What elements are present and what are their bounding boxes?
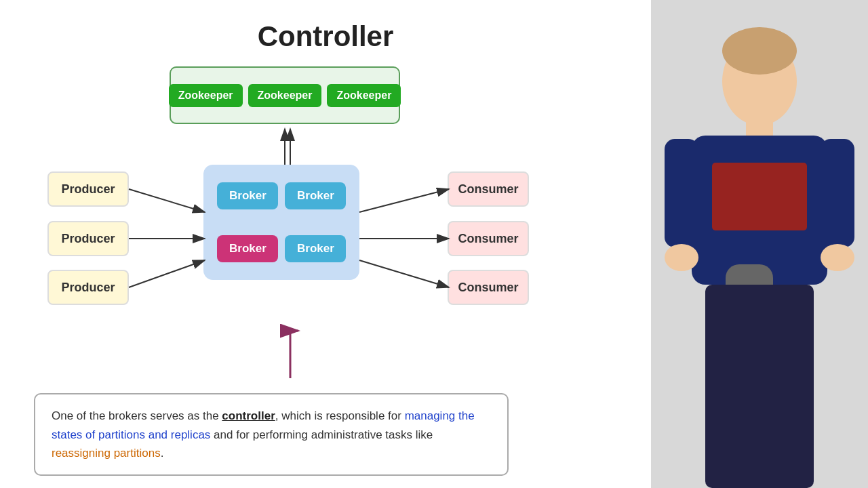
- svg-point-22: [821, 244, 854, 271]
- presenter-silhouette: [651, 0, 868, 488]
- producer-1: Producer: [47, 171, 129, 207]
- broker-box-1: Broker: [217, 182, 278, 209]
- svg-point-21: [665, 244, 698, 271]
- svg-line-12: [359, 260, 449, 287]
- zookeeper-box-2: Zookeeper: [248, 84, 322, 107]
- svg-rect-20: [821, 139, 854, 247]
- page-title: Controller: [0, 20, 651, 53]
- svg-rect-25: [705, 285, 814, 488]
- diagram-area: Zookeeper Zookeeper Zookeeper Broker Bro…: [34, 66, 617, 392]
- svg-line-7: [129, 189, 205, 212]
- presenter-area: [651, 0, 868, 488]
- broker-controller: Broker: [217, 235, 278, 262]
- broker-cluster: Broker Broker Broker Broker: [203, 165, 359, 280]
- info-text-end: .: [161, 447, 164, 460]
- info-orange-text: reassigning partitions: [52, 447, 161, 460]
- info-text-before: One of the brokers serves as the: [52, 409, 222, 422]
- info-text-middle: and for performing administrative tasks …: [210, 428, 433, 441]
- info-text-after: , which is responsible for: [275, 409, 405, 422]
- consumer-2: Consumer: [448, 221, 529, 256]
- svg-rect-19: [665, 139, 698, 247]
- info-bold-text: controller: [222, 409, 275, 422]
- consumer-1: Consumer: [448, 171, 529, 207]
- broker-box-4: Broker: [285, 235, 346, 262]
- svg-line-9: [129, 260, 205, 287]
- svg-rect-18: [712, 163, 807, 230]
- producer-3: Producer: [47, 270, 129, 305]
- zookeeper-cluster: Zookeeper Zookeeper Zookeeper: [170, 66, 400, 124]
- zookeeper-box-3: Zookeeper: [327, 84, 401, 107]
- svg-point-15: [722, 27, 797, 75]
- broker-box-2: Broker: [285, 182, 346, 209]
- producer-2: Producer: [47, 221, 129, 256]
- consumer-3: Consumer: [448, 270, 529, 305]
- main-content: Controller Zookeeper Zookeeper Zookeeper…: [0, 0, 651, 488]
- zookeeper-box-1: Zookeeper: [169, 84, 243, 107]
- svg-line-10: [359, 189, 449, 212]
- info-box: One of the brokers serves as the control…: [34, 393, 509, 476]
